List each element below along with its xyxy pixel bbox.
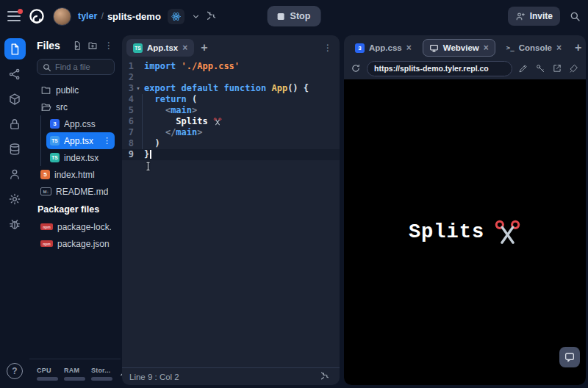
open-external-icon[interactable] [552, 63, 562, 73]
new-folder-icon[interactable] [87, 40, 98, 51]
code-line-4[interactable]: 4 return ( [122, 94, 340, 105]
invite-button[interactable]: Invite [508, 7, 560, 26]
avatar[interactable] [53, 7, 71, 26]
file-search-input[interactable] [55, 62, 111, 71]
webview-tabbar: 3App.css×Webview×>_Console×+⋮ [344, 35, 586, 57]
code-line-8[interactable]: 8 ) [122, 138, 340, 149]
meter-stor[interactable]: Stor... [91, 367, 112, 381]
text-cursor [150, 150, 151, 159]
file-item-index-html[interactable]: 5index.html [37, 166, 115, 183]
code-line-2[interactable]: 2 [122, 72, 340, 83]
file-menu-icon[interactable]: ⋮ [103, 136, 111, 146]
rail-item-files[interactable] [4, 38, 26, 60]
file-tree: publicsrc3App.cssTSApp.tsx⋮TSindex.tsx5i… [37, 82, 115, 252]
rail-item-account[interactable] [4, 163, 26, 184]
tab-webview[interactable]: Webview× [423, 39, 495, 57]
cursor-position: Line 9 : Col 2 [129, 373, 179, 381]
code-line-9[interactable]: 9} [122, 149, 340, 160]
editor-menu-icon[interactable]: ⋮ [322, 43, 334, 52]
ibeam-cursor-icon [143, 161, 154, 172]
close-icon[interactable]: × [556, 43, 562, 53]
meter-cpu[interactable]: CPU [37, 367, 58, 381]
rail-item-debugger[interactable] [4, 213, 26, 234]
tab-app-css[interactable]: 3App.css× [348, 39, 418, 57]
console-icon: >_ [506, 44, 514, 51]
rail-item-version-control[interactable] [4, 63, 26, 85]
chat-button[interactable] [559, 347, 580, 367]
line-number: 3 [122, 83, 134, 94]
url-input[interactable]: https://splits-demo.tyler.repl.co [367, 61, 512, 76]
close-icon[interactable]: × [484, 43, 489, 53]
new-tab-icon[interactable]: + [573, 41, 584, 54]
project-name[interactable]: splits-demo [107, 11, 161, 22]
files-header: Files ⋮ [37, 40, 115, 51]
rail-item-secrets[interactable] [4, 113, 26, 134]
file-label: README.md [56, 187, 108, 197]
meter-label: RAM [64, 367, 85, 374]
new-file-icon[interactable] [72, 40, 82, 51]
line-number: 4 [122, 94, 134, 105]
file-item-index-tsx[interactable]: TSindex.tsx [46, 149, 115, 166]
file-item-readme-md[interactable]: M↓README.md [37, 183, 115, 200]
search-icon[interactable] [569, 10, 581, 22]
help-button[interactable]: ? [7, 363, 23, 379]
stop-label: Stop [290, 11, 311, 21]
fold-icon [134, 149, 143, 160]
code-line-1[interactable]: 1import './App.css' [122, 61, 340, 72]
rail-item-settings[interactable] [4, 188, 26, 209]
files-menu-icon[interactable]: ⋮ [103, 41, 115, 50]
tab-app-tsx[interactable]: TS App.tsx × [126, 39, 194, 57]
close-icon[interactable]: × [182, 43, 187, 53]
code-editor[interactable]: 1import './App.css'23▾export default fun… [122, 57, 340, 367]
stop-button[interactable]: Stop [268, 6, 321, 26]
breadcrumb: tyler / splits-demo [78, 11, 161, 22]
files-title: Files [37, 40, 60, 51]
meter-ram[interactable]: RAM [64, 367, 85, 381]
file-item-app-css[interactable]: 3App.css [46, 115, 115, 132]
refresh-icon[interactable] [351, 63, 361, 73]
hamburger-menu-icon[interactable] [7, 11, 21, 21]
md-file-icon: M↓ [40, 187, 51, 195]
file-item-src[interactable]: src [37, 98, 115, 115]
file-label: package-lock.js... [57, 222, 111, 232]
file-item-public[interactable]: public [37, 82, 115, 98]
files-icon [8, 43, 21, 56]
file-label: public [56, 85, 79, 96]
chevron-down-icon[interactable] [191, 12, 201, 21]
key-icon[interactable] [535, 63, 545, 73]
tsx-file-icon: TS [50, 136, 60, 146]
edit-icon[interactable] [518, 63, 528, 73]
tab-console[interactable]: >_Console× [500, 39, 568, 57]
meter-label: Stor... [91, 367, 112, 374]
rail-item-database[interactable] [4, 138, 26, 159]
file-item-package-lock-js-[interactable]: npmpackage-lock.js... [37, 218, 115, 235]
line-number: 1 [122, 61, 134, 72]
file-item-package-json[interactable]: npmpackage.json [37, 235, 115, 252]
code-line-6[interactable]: 6 Splits [122, 116, 340, 127]
webview-content[interactable]: Splits [344, 79, 586, 385]
meter-label: CPU [37, 367, 58, 374]
react-language-icon[interactable] [168, 9, 184, 24]
history-icon[interactable] [321, 371, 332, 382]
fold-icon [134, 116, 143, 127]
replit-logo-icon[interactable] [27, 7, 46, 26]
fold-icon [134, 72, 143, 83]
breadcrumb-separator: / [101, 11, 103, 21]
file-search[interactable] [37, 59, 115, 75]
username[interactable]: tyler [78, 11, 97, 21]
fold-icon [134, 127, 143, 138]
file-item-app-tsx[interactable]: TSApp.tsx⋮ [46, 132, 115, 149]
monitor-icon [429, 43, 439, 53]
close-icon[interactable]: × [406, 43, 412, 53]
new-tab-icon[interactable]: + [198, 41, 209, 54]
code-line-3[interactable]: 3▾export default function App() { [122, 83, 340, 94]
editor-statusbar: Line 9 : Col 2 [122, 367, 340, 385]
rail-item-packages[interactable] [4, 88, 26, 109]
fold-icon[interactable]: ▾ [134, 83, 143, 94]
code-line-7[interactable]: 7 </main> [122, 127, 340, 138]
devtools-icon[interactable] [569, 63, 579, 73]
npm-file-icon: npm [40, 240, 53, 247]
history-icon[interactable] [207, 10, 220, 23]
editor-panel: TS App.tsx × + ⋮ 1import './App.css'23▾e… [122, 35, 340, 385]
code-line-5[interactable]: 5 <main> [122, 105, 340, 116]
